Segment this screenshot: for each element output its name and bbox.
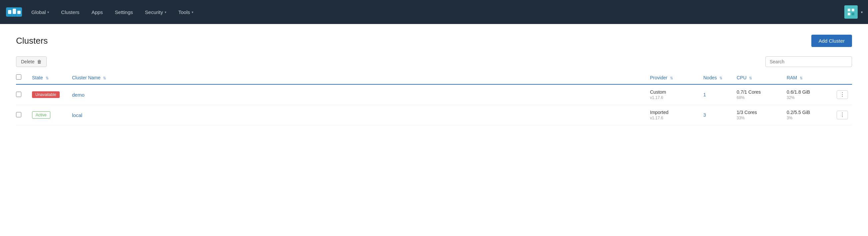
svg-rect-5: [11, 14, 12, 17]
table-row: Active local Imported v1.17.6 3 1/3 Core…: [16, 105, 852, 125]
row-checkbox-cell: [16, 84, 28, 105]
sort-icon: ⇅: [46, 76, 49, 80]
actions-cell: ⋮: [833, 84, 852, 105]
nav-items: Global ▾ Clusters Apps Settings Security…: [25, 0, 844, 24]
select-all-checkbox[interactable]: [16, 74, 21, 80]
nav-item-tools[interactable]: Tools ▾: [172, 0, 199, 24]
svg-rect-11: [848, 13, 850, 15]
name-cell: demo: [68, 84, 646, 105]
table-header: State ⇅ Cluster Name ⇅ Provider ⇅ Nodes …: [16, 71, 852, 84]
navbar: Global ▾ Clusters Apps Settings Security…: [0, 0, 868, 24]
ram-pct: 32%: [787, 95, 829, 100]
actions-cell: ⋮: [833, 105, 852, 125]
col-header-cpu[interactable]: CPU ⇅: [733, 71, 783, 84]
page-content: Clusters Add Cluster Delete 🗑 State ⇅ Cl…: [0, 24, 868, 136]
provider-version: v1.17.6: [650, 116, 695, 120]
select-all-header: [16, 71, 28, 84]
nav-item-clusters[interactable]: Clusters: [55, 0, 85, 24]
col-header-nodes[interactable]: Nodes ⇅: [699, 71, 733, 84]
add-cluster-button[interactable]: Add Cluster: [811, 35, 852, 47]
state-cell: Active: [28, 105, 68, 125]
table-header-row: State ⇅ Cluster Name ⇅ Provider ⇅ Nodes …: [16, 71, 852, 84]
search-input[interactable]: [765, 56, 852, 67]
sort-icon: ⇅: [749, 76, 752, 80]
col-header-provider[interactable]: Provider ⇅: [646, 71, 699, 84]
nav-right: ▾: [844, 5, 863, 19]
svg-rect-6: [13, 14, 14, 17]
row-actions-button[interactable]: ⋮: [837, 90, 848, 99]
provider-name: Custom: [650, 89, 695, 95]
sort-icon: ⇅: [719, 76, 722, 80]
nodes-count-link[interactable]: 3: [703, 112, 706, 118]
nodes-cell: 1: [699, 84, 733, 105]
row-checkbox[interactable]: [16, 92, 21, 97]
row-checkbox[interactable]: [16, 112, 21, 117]
avatar: [844, 5, 858, 19]
col-header-ram[interactable]: RAM ⇅: [783, 71, 833, 84]
state-cell: Unavailable: [28, 84, 68, 105]
user-menu-button[interactable]: ▾: [844, 5, 863, 19]
nodes-count-link[interactable]: 1: [703, 92, 706, 97]
chevron-down-icon: ▾: [861, 10, 863, 14]
svg-rect-7: [16, 14, 16, 17]
cpu-value: 0.7/1 Cores: [737, 89, 779, 95]
ram-pct: 3%: [787, 116, 829, 120]
row-checkbox-cell: [16, 105, 28, 125]
table-body: Unavailable demo Custom v1.17.6 1 0.7/1 …: [16, 84, 852, 125]
cpu-cell: 0.7/1 Cores 68%: [733, 84, 783, 105]
sort-icon: ⇅: [103, 76, 106, 80]
cluster-name-link[interactable]: demo: [72, 92, 85, 98]
delete-button[interactable]: Delete 🗑: [16, 56, 46, 67]
chevron-down-icon: ▾: [165, 10, 166, 14]
logo[interactable]: [5, 4, 23, 20]
nav-item-settings[interactable]: Settings: [109, 0, 139, 24]
cpu-value: 1/3 Cores: [737, 110, 779, 115]
nav-item-global[interactable]: Global ▾: [25, 0, 55, 24]
col-header-state[interactable]: State ⇅: [28, 71, 68, 84]
svg-rect-8: [846, 7, 856, 17]
sort-icon: ⇅: [670, 76, 673, 80]
provider-version: v1.17.6: [650, 95, 695, 100]
table-row: Unavailable demo Custom v1.17.6 1 0.7/1 …: [16, 84, 852, 105]
sort-icon: ⇅: [800, 76, 803, 80]
svg-rect-10: [852, 9, 854, 11]
chevron-down-icon: ▾: [192, 10, 193, 14]
nodes-cell: 3: [699, 105, 733, 125]
svg-rect-12: [852, 13, 854, 15]
provider-cell: Imported v1.17.6: [646, 105, 699, 125]
cluster-name-link[interactable]: local: [72, 112, 82, 118]
ram-cell: 0.6/1.8 GiB 32%: [783, 84, 833, 105]
cpu-pct: 33%: [737, 116, 779, 120]
trash-icon: 🗑: [37, 59, 42, 64]
ram-cell: 0.2/5.5 GiB 3%: [783, 105, 833, 125]
clusters-table: State ⇅ Cluster Name ⇅ Provider ⇅ Nodes …: [16, 71, 852, 125]
provider-name: Imported: [650, 110, 695, 115]
ram-value: 0.6/1.8 GiB: [787, 89, 829, 95]
row-actions-button[interactable]: ⋮: [837, 111, 848, 119]
nav-item-security[interactable]: Security ▾: [139, 0, 172, 24]
nav-item-apps[interactable]: Apps: [85, 0, 108, 24]
ram-value: 0.2/5.5 GiB: [787, 110, 829, 115]
svg-rect-4: [9, 14, 10, 17]
svg-rect-1: [8, 10, 11, 14]
cpu-pct: 68%: [737, 95, 779, 100]
col-header-actions: [833, 71, 852, 84]
provider-cell: Custom v1.17.6: [646, 84, 699, 105]
svg-rect-3: [17, 11, 21, 14]
page-title: Clusters: [16, 36, 48, 46]
svg-rect-9: [848, 9, 850, 11]
toolbar: Delete 🗑: [16, 56, 852, 67]
name-cell: local: [68, 105, 646, 125]
chevron-down-icon: ▾: [47, 10, 49, 14]
cpu-cell: 1/3 Cores 33%: [733, 105, 783, 125]
status-badge: Unavailable: [32, 91, 60, 98]
page-header: Clusters Add Cluster: [16, 35, 852, 47]
svg-rect-2: [13, 9, 16, 14]
status-badge: Active: [32, 111, 50, 119]
col-header-name[interactable]: Cluster Name ⇅: [68, 71, 646, 84]
